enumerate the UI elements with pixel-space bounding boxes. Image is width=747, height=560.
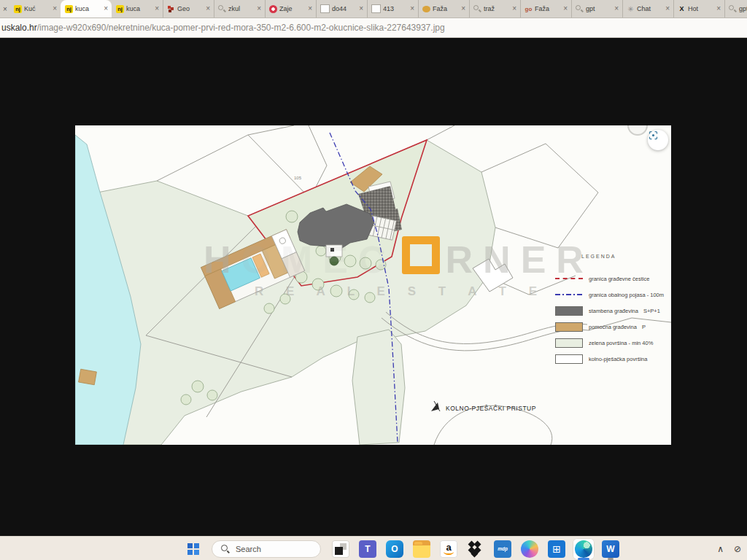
x-twitter-icon — [678, 5, 686, 13]
access-label: KOLNO-PJEŠAČKI PRISTUP — [446, 405, 536, 412]
browser-tab[interactable]: kuca × — [61, 0, 112, 18]
system-tray: ∧ ⊘ — [717, 544, 741, 554]
legend: LEGENDA granica građevne čestice granica… — [555, 254, 668, 370]
tab-label: traž — [484, 5, 510, 12]
browser-tab[interactable]: gpt × — [571, 0, 622, 18]
do-not-disturb-icon[interactable]: ⊘ — [734, 544, 741, 554]
legend-item: pomoćna građevina P — [555, 322, 668, 332]
taskbar-icon-glyph — [386, 540, 403, 558]
address-bar[interactable]: uskalo.hr/image-w920x690/nekretnine/kuca… — [0, 18, 747, 38]
browser-tab[interactable]: kuca × — [112, 0, 163, 18]
tab-close-icon[interactable]: × — [410, 5, 414, 12]
taskbar-icon-dropbox[interactable] — [465, 538, 487, 560]
tab-label: zkul — [228, 5, 255, 12]
watermark-brand: HOMECRNER — [204, 236, 594, 281]
clipped-tab-close-icon[interactable]: × — [0, 0, 10, 18]
parcel-number-label: 105 — [294, 176, 302, 180]
tab-close-icon[interactable]: × — [614, 5, 619, 12]
site-plan-image: 105 KOLNO-PJEŠAČKI PRISTUP HOMECRNER R E… — [75, 125, 671, 445]
njuskalo-icon — [14, 5, 22, 13]
taskbar-icon-word[interactable] — [600, 538, 622, 560]
taskbar-icon-amazon[interactable] — [438, 538, 460, 560]
taskbar-icons — [330, 538, 622, 560]
legend-swatch — [555, 322, 583, 332]
browser-tab[interactable]: zkul × — [214, 0, 265, 18]
taskbar-icon-glyph — [332, 540, 349, 558]
tab-label: Geo — [177, 5, 204, 12]
legend-suffix: P — [642, 324, 646, 330]
taskbar-icon-mdp[interactable] — [492, 538, 514, 560]
tray-chevron-up-icon[interactable]: ∧ — [717, 544, 724, 554]
legend-label: kolno-pješačka površina — [589, 356, 647, 362]
search-icon — [729, 5, 737, 13]
taskbar-icon-edge[interactable] — [573, 538, 595, 560]
taskbar-icon-copilot[interactable] — [519, 538, 541, 560]
tab-close-icon[interactable]: × — [308, 5, 312, 12]
browser-tab[interactable]: Hot × — [673, 0, 724, 18]
document-icon — [320, 4, 330, 13]
legend-swatch — [555, 354, 583, 364]
legend-item: kolno-pješačka površina — [555, 354, 668, 364]
taskbar-icon-outlook[interactable] — [384, 538, 406, 560]
browser-tab[interactable]: traž × — [469, 0, 520, 18]
tab-close-icon[interactable]: × — [257, 5, 261, 12]
taskbar-icon-glyph — [359, 540, 376, 558]
tab-close-icon[interactable]: × — [512, 5, 516, 12]
faza-icon — [422, 6, 430, 12]
image-viewer-background: 105 KOLNO-PJEŠAČKI PRISTUP HOMECRNER R E… — [0, 38, 747, 536]
tab-close-icon[interactable]: × — [563, 5, 568, 12]
watermark-pre: H — [204, 238, 241, 281]
legend-title: LEGENDA — [581, 254, 668, 259]
tab-label: gpt — [586, 5, 612, 12]
legend-swatch — [555, 278, 583, 279]
taskbar-icon-file-explorer[interactable] — [411, 538, 433, 560]
browser-tab[interactable]: do44 × — [316, 0, 367, 18]
tab-close-icon[interactable]: × — [359, 5, 363, 12]
legend-swatch — [555, 294, 583, 295]
browser-tab[interactable]: Geo × — [163, 0, 214, 18]
tab-close-icon[interactable]: × — [665, 5, 670, 12]
browser-tab[interactable]: Faža × — [520, 0, 571, 18]
url-path: /image-w920x690/nekretnine/kuca-pomer-pr… — [37, 23, 445, 33]
tab-close-icon[interactable]: × — [206, 5, 210, 12]
tab-close-icon[interactable]: × — [155, 5, 159, 12]
taskbar-icon-glyph — [548, 540, 565, 558]
tab-close-icon[interactable]: × — [716, 5, 721, 12]
taskbar-search[interactable]: Search — [212, 540, 321, 558]
tab-label: Zaje — [279, 5, 306, 12]
document-icon — [371, 4, 381, 13]
tab-label: kuca — [75, 5, 101, 12]
tab-label: Chat — [637, 5, 663, 12]
legend-label: stambena građevina — [589, 308, 638, 314]
taskbar-icon-photos[interactable] — [330, 538, 352, 560]
visual-search-button[interactable] — [648, 130, 668, 150]
taskbar-icon-store[interactable] — [546, 538, 568, 560]
taskbar-icon-glyph — [575, 540, 592, 558]
tab-close-icon[interactable]: × — [53, 5, 57, 12]
browser-tab[interactable]: Zaje × — [265, 0, 316, 18]
tab-close-icon[interactable]: × — [461, 5, 465, 12]
search-icon — [576, 5, 584, 13]
google-go-icon — [525, 5, 533, 13]
browser-tab[interactable]: 413 × — [367, 0, 418, 18]
browser-tab[interactable]: gpt × — [724, 0, 747, 18]
start-button[interactable] — [182, 538, 204, 560]
browser-tab[interactable]: Faža × — [418, 0, 469, 18]
taskbar-icon-teams[interactable] — [357, 538, 379, 560]
legend-swatch — [555, 306, 583, 316]
chatgpt-icon — [627, 5, 635, 13]
legend-item: granica obalnog pojasa - 100m — [555, 289, 668, 300]
taskbar-icon-glyph — [602, 540, 619, 558]
legend-items: granica građevne čestice granica obalnog… — [555, 273, 668, 364]
taskbar-icon-glyph — [440, 540, 457, 558]
legend-item: zelena površina - min 40% — [555, 338, 668, 348]
taskbar-icon-glyph — [521, 540, 538, 558]
legend-swatch — [555, 338, 583, 348]
browser-tab[interactable]: Kuć × — [10, 0, 61, 18]
watermark-tagline: R E A L E S T A T E — [255, 284, 546, 299]
browser-tab[interactable]: Chat × — [622, 0, 673, 18]
legend-suffix: S+P+1 — [643, 308, 660, 314]
legend-label: zelena površina - min 40% — [589, 340, 653, 346]
tab-close-icon[interactable]: × — [104, 5, 108, 12]
tab-label: Faža — [535, 5, 561, 12]
